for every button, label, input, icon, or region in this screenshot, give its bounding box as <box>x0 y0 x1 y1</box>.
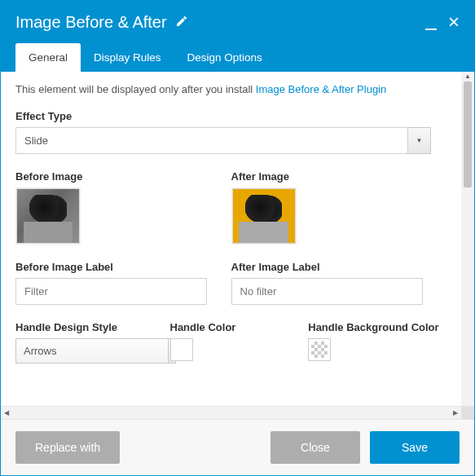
modal-title: Image Before & After <box>15 13 167 32</box>
minimize-icon[interactable] <box>425 29 437 30</box>
close-button[interactable]: Close <box>270 431 360 464</box>
install-notice: This element will be displayed only afte… <box>15 83 446 95</box>
modal-footer: Replace with Close Save <box>1 419 474 475</box>
after-image-label: After Image <box>231 170 447 183</box>
scroll-thumb-vertical[interactable] <box>464 82 472 187</box>
handle-style-select[interactable]: ▼ <box>15 338 146 364</box>
after-image-thumbnail[interactable] <box>231 187 297 245</box>
handle-bg-swatch[interactable] <box>308 338 331 361</box>
effect-type-value[interactable] <box>15 127 408 154</box>
modal-image-before-after: Image Before & After × General Display R… <box>0 0 475 476</box>
notice-text: This element will be displayed only afte… <box>15 83 256 95</box>
scroll-corner <box>461 407 474 420</box>
handle-color-label: Handle Color <box>170 321 309 333</box>
effect-type-select[interactable]: ▼ <box>15 127 431 154</box>
save-button[interactable]: Save <box>370 431 460 464</box>
scroll-up-icon[interactable]: ▲ <box>461 72 474 82</box>
tab-display-rules[interactable]: Display Rules <box>81 43 174 72</box>
chevron-down-icon: ▼ <box>416 137 423 144</box>
before-label-label: Before Image Label <box>15 261 231 273</box>
after-label-input[interactable] <box>231 278 423 305</box>
tabs: General Display Rules Design Options <box>15 43 460 72</box>
handle-bg-label: Handle Background Color <box>308 321 446 333</box>
vertical-scrollbar[interactable]: ▲ <box>461 72 474 406</box>
replace-with-button[interactable]: Replace with <box>15 431 120 464</box>
edit-title-icon[interactable] <box>175 15 188 30</box>
scroll-left-icon[interactable]: ◀ <box>1 409 12 416</box>
handle-color-swatch[interactable] <box>170 338 193 361</box>
tab-design-options[interactable]: Design Options <box>174 43 275 72</box>
plugin-link[interactable]: Image Before & After Plugin <box>256 83 386 95</box>
effect-type-dropdown-button[interactable]: ▼ <box>408 127 431 154</box>
before-image-label: Before Image <box>15 170 231 183</box>
before-label-input[interactable] <box>15 278 207 305</box>
horizontal-scrollbar[interactable]: ◀ ▶ <box>1 406 474 419</box>
modal-body: This element will be displayed only afte… <box>1 72 461 406</box>
modal-header: Image Before & After × General Display R… <box>1 1 474 72</box>
tab-general[interactable]: General <box>15 43 81 72</box>
close-icon[interactable]: × <box>448 12 460 32</box>
effect-type-label: Effect Type <box>15 110 446 122</box>
after-label-label: After Image Label <box>231 261 447 273</box>
handle-style-label: Handle Design Style <box>15 321 170 333</box>
handle-style-value[interactable] <box>15 338 169 364</box>
scroll-right-icon[interactable]: ▶ <box>450 409 461 416</box>
before-image-thumbnail[interactable] <box>15 187 81 245</box>
